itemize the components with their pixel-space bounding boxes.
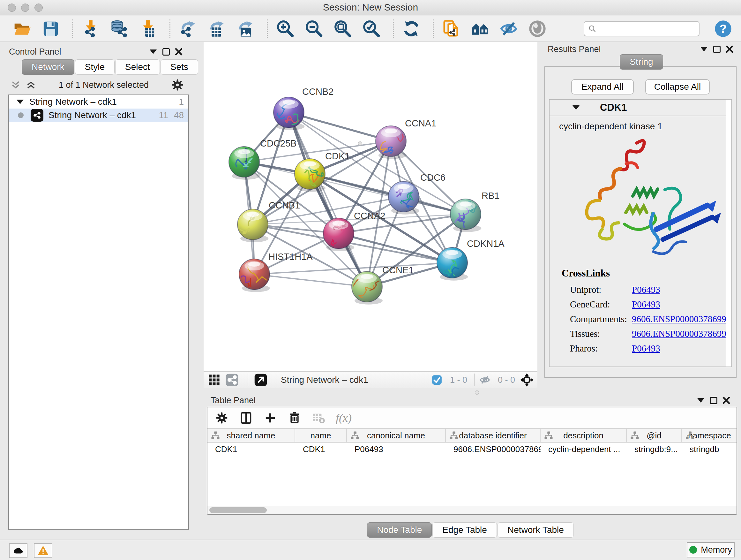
collection-name: String Network – cdk1 bbox=[29, 97, 117, 107]
export-table-button[interactable] bbox=[207, 19, 226, 39]
table-panel-float-button[interactable] bbox=[707, 395, 720, 406]
zoom-out-button[interactable] bbox=[304, 19, 324, 39]
detach-view-button[interactable] bbox=[253, 373, 268, 387]
network-node-CDK1[interactable] bbox=[294, 159, 326, 192]
collapse-all-button[interactable]: Collapse All bbox=[645, 79, 710, 95]
column-header-name[interactable]: name bbox=[295, 429, 347, 442]
results-panel-menu-button[interactable] bbox=[697, 44, 711, 55]
network-node-CCNB1[interactable] bbox=[238, 209, 268, 242]
open-session-button[interactable] bbox=[12, 19, 32, 39]
minimize-window-button[interactable] bbox=[21, 3, 29, 12]
network-node-RB1[interactable] bbox=[450, 199, 481, 232]
maximize-window-button[interactable] bbox=[35, 3, 43, 12]
tab-network-table[interactable]: Network Table bbox=[497, 522, 574, 538]
delete-table-button[interactable] bbox=[312, 411, 326, 425]
crosslink-link[interactable]: P06493 bbox=[632, 299, 660, 309]
tab-select[interactable]: Select bbox=[115, 59, 160, 75]
network-node-CDKN1A[interactable] bbox=[437, 247, 468, 281]
network-row[interactable]: String Network – cdk1 11 48 bbox=[9, 109, 188, 122]
tab-edge-table[interactable]: Edge Table bbox=[432, 522, 497, 538]
crosslink-link[interactable]: 9606.ENSP00000378699 bbox=[632, 328, 726, 339]
network-collection-row[interactable]: String Network – cdk1 1 bbox=[9, 95, 188, 109]
tab-sets[interactable]: Sets bbox=[160, 59, 198, 75]
network-node-HIST1H1A[interactable] bbox=[232, 259, 270, 292]
crosslink-link[interactable]: P06493 bbox=[632, 343, 660, 354]
tab-node-table[interactable]: Node Table bbox=[367, 522, 432, 538]
table-cell[interactable]: CDK1 bbox=[295, 442, 347, 456]
search-input[interactable] bbox=[599, 24, 695, 34]
network-node-CDC25B[interactable] bbox=[229, 146, 260, 180]
column-header-description[interactable]: description bbox=[541, 429, 627, 442]
table-cell[interactable]: P06493 bbox=[347, 442, 446, 456]
cloud-status-button[interactable] bbox=[9, 543, 27, 558]
table-panel-close-button[interactable] bbox=[720, 395, 733, 406]
control-panel-menu-button[interactable] bbox=[147, 46, 159, 57]
create-column-button[interactable] bbox=[263, 411, 278, 425]
import-table-button[interactable] bbox=[138, 19, 158, 39]
table-cell[interactable]: CDK1 bbox=[207, 442, 295, 456]
column-header-shared-name[interactable]: shared name bbox=[207, 429, 295, 442]
table-cell[interactable]: 9606.ENSP00000378699 bbox=[446, 442, 541, 456]
network-canvas[interactable]: CCNB2CCNA1CDC25BCDK1CDC6RB1CCNB1CCNA2CDK… bbox=[204, 42, 537, 371]
hidden-eye-icon[interactable] bbox=[477, 373, 492, 387]
scrollbar-thumb[interactable] bbox=[209, 507, 267, 513]
control-panel-float-button[interactable] bbox=[159, 46, 172, 57]
zoom-fit-content-button[interactable] bbox=[333, 19, 353, 39]
delete-columns-button[interactable] bbox=[287, 411, 302, 425]
column-header-@id[interactable]: @id bbox=[627, 429, 682, 442]
column-settings-button[interactable] bbox=[214, 411, 229, 425]
network-node-CDC6[interactable] bbox=[388, 181, 419, 214]
birds-eye-view-button[interactable] bbox=[520, 373, 534, 387]
collapse-section-icon[interactable] bbox=[572, 105, 580, 110]
gear-icon[interactable] bbox=[171, 78, 184, 91]
select-columns-button[interactable] bbox=[239, 411, 253, 425]
column-header-namespace[interactable]: namespace bbox=[682, 429, 737, 442]
tab-network[interactable]: Network bbox=[22, 59, 74, 75]
results-panel-float-button[interactable] bbox=[711, 44, 723, 55]
table-cell[interactable]: stringdb bbox=[682, 442, 737, 456]
expand-all-button[interactable]: Expand All bbox=[571, 79, 634, 95]
export-network-button[interactable] bbox=[178, 19, 198, 39]
tab-style[interactable]: Style bbox=[75, 59, 115, 75]
column-header-database-identifier[interactable]: database identifier bbox=[446, 429, 541, 442]
results-panel-close-button[interactable] bbox=[723, 44, 736, 55]
memory-button[interactable]: Memory bbox=[687, 542, 735, 557]
close-window-button[interactable] bbox=[8, 3, 16, 12]
selected-checkbox-icon[interactable] bbox=[429, 373, 444, 387]
collapse-all-icon[interactable] bbox=[10, 79, 21, 90]
node-label-CCNA2: CCNA2 bbox=[354, 211, 385, 221]
crosslink-link[interactable]: P06493 bbox=[632, 285, 660, 295]
table-panel-menu-button[interactable] bbox=[694, 395, 707, 406]
tab-string[interactable]: String bbox=[620, 54, 663, 70]
help-button[interactable]: ? bbox=[714, 19, 732, 39]
column-header-canonical-name[interactable]: canonical name bbox=[347, 429, 446, 442]
network-overview-button[interactable] bbox=[225, 373, 239, 387]
clone-network-button[interactable] bbox=[441, 19, 461, 39]
refresh-view-button[interactable] bbox=[401, 19, 421, 39]
function-builder-button[interactable]: f(x) bbox=[336, 411, 352, 425]
network-node-CCNA2[interactable] bbox=[323, 218, 354, 251]
save-session-button[interactable] bbox=[41, 19, 61, 39]
export-image-button[interactable] bbox=[235, 19, 255, 39]
show-home-button[interactable] bbox=[470, 19, 490, 39]
warning-status-button[interactable] bbox=[34, 543, 52, 558]
table-cell[interactable]: cyclin-dependent ... bbox=[541, 442, 627, 456]
table-horizontal-scrollbar[interactable] bbox=[207, 506, 737, 514]
zoom-selected-button[interactable] bbox=[361, 19, 381, 39]
table-cell[interactable]: stringdb:9... bbox=[627, 442, 682, 456]
zoom-in-button[interactable] bbox=[275, 19, 295, 39]
results-scrollbar[interactable] bbox=[726, 100, 731, 367]
table-row[interactable]: CDK1CDK1P064939606.ENSP00000378699cyclin… bbox=[207, 442, 737, 456]
import-network-button[interactable] bbox=[81, 19, 100, 39]
import-network-database-button[interactable] bbox=[110, 19, 129, 39]
network-node-CCNB2[interactable] bbox=[273, 97, 305, 130]
hide-details-button[interactable] bbox=[499, 19, 519, 39]
splitter-grip[interactable] bbox=[475, 390, 479, 395]
splitter-grip[interactable] bbox=[358, 141, 362, 145]
show-details-button[interactable] bbox=[528, 19, 547, 39]
control-panel-close-button[interactable] bbox=[172, 46, 185, 57]
expand-all-icon[interactable] bbox=[25, 79, 37, 90]
grid-view-button[interactable] bbox=[207, 373, 221, 387]
crosslink-link[interactable]: 9606.ENSP00000378699 bbox=[632, 314, 726, 324]
tree-expand-icon[interactable] bbox=[17, 100, 23, 104]
